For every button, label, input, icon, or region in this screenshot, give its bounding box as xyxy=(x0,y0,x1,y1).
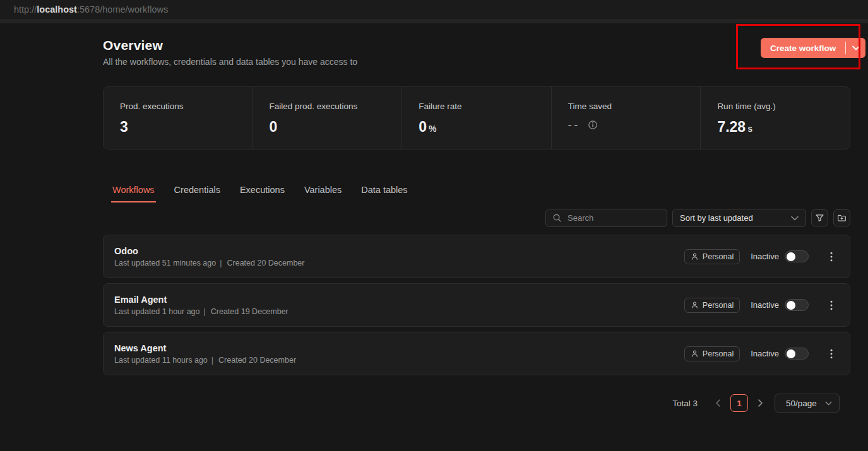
workflow-meta: Last updated 11 hours ago|Created 20 Dec… xyxy=(114,356,684,365)
search-box[interactable] xyxy=(545,209,667,227)
workflow-row-odoo[interactable]: Odoo Last updated 51 minutes ago|Created… xyxy=(103,235,850,278)
stat-label: Failure rate xyxy=(419,102,551,111)
tab-variables[interactable]: Variables xyxy=(304,185,342,202)
workflow-name: Odoo xyxy=(114,246,684,256)
workflow-name: News Agent xyxy=(114,343,684,353)
info-icon[interactable] xyxy=(588,120,598,130)
active-toggle[interactable] xyxy=(785,348,809,360)
owner-badge: Personal xyxy=(684,249,740,264)
person-icon xyxy=(691,301,699,309)
workflow-name: Email Agent xyxy=(114,295,684,305)
new-folder-button[interactable] xyxy=(833,209,850,226)
sort-dropdown[interactable]: Sort by last updated xyxy=(672,209,806,227)
search-input[interactable] xyxy=(568,213,660,223)
page-subtitle: All the workflows, credentials and data … xyxy=(103,57,357,67)
filter-funnel-icon xyxy=(815,213,824,223)
workflow-row-email-agent[interactable]: Email Agent Last updated 1 hour ago|Crea… xyxy=(103,283,850,327)
stat-run-time: Run time (avg.) 7.28s xyxy=(700,87,850,149)
url-text: http://localhost:5678/home/workflows xyxy=(14,4,168,15)
toggle-knob xyxy=(787,301,795,310)
workflow-meta: Last updated 51 minutes ago|Created 20 D… xyxy=(114,259,684,267)
status-label: Inactive xyxy=(751,349,779,358)
tab-data-tables[interactable]: Data tables xyxy=(361,185,407,202)
person-icon xyxy=(691,252,699,261)
stat-failure-rate: Failure rate 0% xyxy=(401,87,551,149)
tab-credentials[interactable]: Credentials xyxy=(174,185,220,202)
owner-label: Personal xyxy=(703,349,734,358)
tab-workflows[interactable]: Workflows xyxy=(112,185,155,202)
toggle-knob xyxy=(787,252,795,261)
owner-label: Personal xyxy=(703,252,734,261)
active-toggle[interactable] xyxy=(785,250,809,262)
workflow-row-news-agent[interactable]: News Agent Last updated 11 hours ago|Cre… xyxy=(103,332,850,375)
stat-label: Failed prod. executions xyxy=(270,102,402,111)
owner-label: Personal xyxy=(703,301,734,310)
stat-label: Time saved xyxy=(568,102,701,111)
kebab-menu-icon[interactable] xyxy=(830,349,833,359)
stat-value: 7.28 xyxy=(717,119,746,136)
tab-executions[interactable]: Executions xyxy=(240,185,285,202)
owner-badge: Personal xyxy=(684,298,740,313)
kebab-menu-icon[interactable] xyxy=(830,300,833,310)
stat-value: -- xyxy=(568,119,580,131)
create-workflow-button[interactable]: Create workflow xyxy=(761,38,865,58)
folder-plus-icon xyxy=(837,213,847,223)
sort-label: Sort by last updated xyxy=(680,213,753,223)
stat-failed-executions: Failed prod. executions 0 xyxy=(253,87,402,149)
create-workflow-label[interactable]: Create workflow xyxy=(761,38,845,58)
workflow-list: Odoo Last updated 51 minutes ago|Created… xyxy=(103,235,850,380)
pagination: Total 3 1 50/page xyxy=(672,394,840,413)
total-count: Total 3 xyxy=(672,399,698,408)
page-number-button[interactable]: 1 xyxy=(730,394,748,412)
stat-label: Prod. executions xyxy=(120,102,253,111)
page-size-dropdown[interactable]: 50/page xyxy=(775,394,840,413)
active-toggle[interactable] xyxy=(785,299,809,311)
next-page-button[interactable] xyxy=(754,399,767,407)
page-header: Overview All the workflows, credentials … xyxy=(103,38,357,67)
list-toolbar: Sort by last updated xyxy=(545,209,850,227)
window-divider xyxy=(0,19,868,23)
status-label: Inactive xyxy=(751,252,779,261)
page-size-label: 50/page xyxy=(786,399,817,408)
chevron-down-icon[interactable] xyxy=(846,38,865,58)
stats-cards: Prod. executions 3 Failed prod. executio… xyxy=(103,86,850,149)
stat-value: 0 xyxy=(419,119,427,136)
chevron-down-icon xyxy=(825,401,832,406)
search-icon xyxy=(552,213,562,223)
prev-page-button[interactable] xyxy=(711,399,725,407)
owner-badge: Personal xyxy=(684,346,740,361)
kebab-menu-icon[interactable] xyxy=(830,252,833,262)
stat-prod-executions: Prod. executions 3 xyxy=(104,87,253,149)
stat-label: Run time (avg.) xyxy=(717,102,850,111)
toggle-knob xyxy=(787,349,795,358)
status-label: Inactive xyxy=(751,300,779,310)
tab-bar: Workflows Credentials Executions Variabl… xyxy=(112,185,408,202)
page-title: Overview xyxy=(103,38,357,53)
chevron-down-icon xyxy=(791,216,799,221)
stat-value: 3 xyxy=(120,119,128,136)
filter-button[interactable] xyxy=(811,209,828,226)
stat-value: 0 xyxy=(270,119,278,136)
workflow-meta: Last updated 1 hour ago|Created 19 Decem… xyxy=(114,307,684,316)
person-icon xyxy=(691,349,699,358)
browser-address-bar[interactable]: http://localhost:5678/home/workflows xyxy=(0,0,868,19)
stat-time-saved: Time saved -- xyxy=(551,87,701,149)
